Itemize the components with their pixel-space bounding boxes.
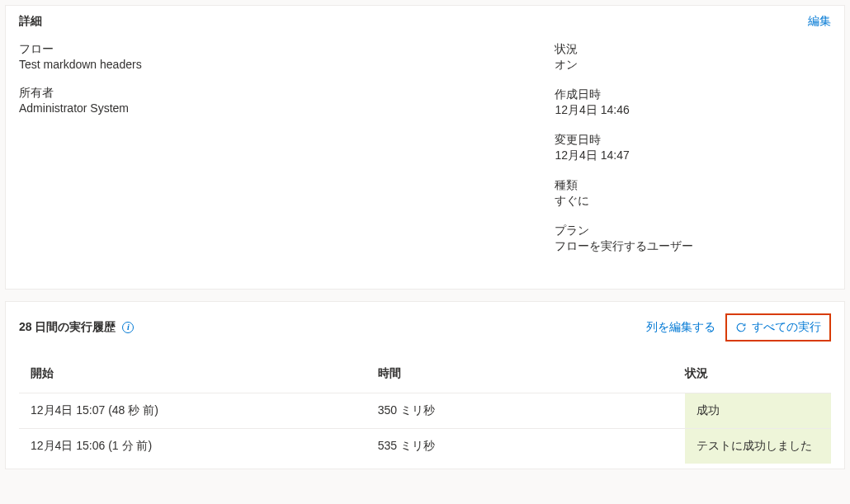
flow-value: Test markdown headers	[19, 58, 555, 71]
details-body: フロー Test markdown headers 所有者 Administra…	[6, 34, 844, 289]
run-history-actions: 列を編集する すべての実行	[646, 313, 831, 341]
header-status[interactable]: 状況	[685, 366, 819, 381]
details-title: 詳細	[19, 14, 42, 29]
table-row[interactable]: 12月4日 15:06 (1 分 前) 535 ミリ秒 テストに成功しました	[19, 428, 831, 464]
cell-duration: 350 ミリ秒	[378, 403, 686, 418]
edit-button[interactable]: 編集	[808, 14, 831, 29]
run-history-table: 開始 時間 状況 12月4日 15:07 (48 秒 前) 350 ミリ秒 成功…	[6, 350, 844, 469]
header-duration[interactable]: 時間	[378, 366, 686, 381]
cell-start: 12月4日 15:07 (48 秒 前)	[31, 403, 378, 418]
owner-value: Administrator System	[19, 101, 555, 115]
type-field: 種類 すぐに	[555, 178, 831, 209]
created-field: 作成日時 12月4日 14:46	[555, 87, 831, 118]
created-label: 作成日時	[555, 87, 831, 102]
table-row[interactable]: 12月4日 15:07 (48 秒 前) 350 ミリ秒 成功	[19, 393, 831, 428]
run-history-title: 28 日間の実行履歴	[19, 320, 116, 335]
table-header-row: 開始 時間 状況	[19, 358, 831, 393]
flow-label: フロー	[19, 42, 555, 57]
details-card: 詳細 編集 フロー Test markdown headers 所有者 Admi…	[5, 5, 845, 290]
edit-columns-label: 列を編集する	[646, 320, 715, 335]
status-value: オン	[555, 58, 831, 73]
type-label: 種類	[555, 178, 831, 193]
run-history-card: 28 日間の実行履歴 i 列を編集する すべての実行 開始 時間 状況	[5, 301, 845, 469]
run-history-header: 28 日間の実行履歴 i 列を編集する すべての実行	[6, 302, 844, 350]
cell-duration: 535 ミリ秒	[378, 439, 686, 454]
cell-status: 成功	[685, 393, 831, 428]
run-history-title-wrap: 28 日間の実行履歴 i	[19, 320, 134, 335]
details-header: 詳細 編集	[6, 6, 844, 34]
flow-field: フロー Test markdown headers	[19, 42, 555, 71]
modified-label: 変更日時	[555, 133, 831, 148]
status-label: 状況	[555, 42, 831, 57]
plan-field: プラン フローを実行するユーザー	[555, 224, 831, 254]
plan-label: プラン	[555, 224, 831, 238]
all-runs-button[interactable]: すべての実行	[725, 313, 831, 341]
header-start[interactable]: 開始	[31, 366, 378, 381]
cell-status: テストに成功しました	[685, 429, 831, 464]
details-column-left: フロー Test markdown headers 所有者 Administra…	[19, 42, 555, 269]
plan-value: フローを実行するユーザー	[555, 239, 831, 254]
details-column-right: 状況 オン 作成日時 12月4日 14:46 変更日時 12月4日 14:47 …	[555, 42, 831, 269]
owner-label: 所有者	[19, 86, 555, 101]
modified-field: 変更日時 12月4日 14:47	[555, 133, 831, 163]
type-value: すぐに	[555, 194, 831, 209]
status-field: 状況 オン	[555, 42, 831, 73]
owner-field: 所有者 Administrator System	[19, 86, 555, 115]
created-value: 12月4日 14:46	[555, 103, 831, 118]
cell-start: 12月4日 15:06 (1 分 前)	[31, 439, 378, 454]
all-runs-label: すべての実行	[752, 320, 821, 335]
refresh-icon	[735, 322, 747, 333]
edit-columns-button[interactable]: 列を編集する	[646, 320, 715, 335]
modified-value: 12月4日 14:47	[555, 148, 831, 163]
info-icon[interactable]: i	[122, 322, 134, 333]
